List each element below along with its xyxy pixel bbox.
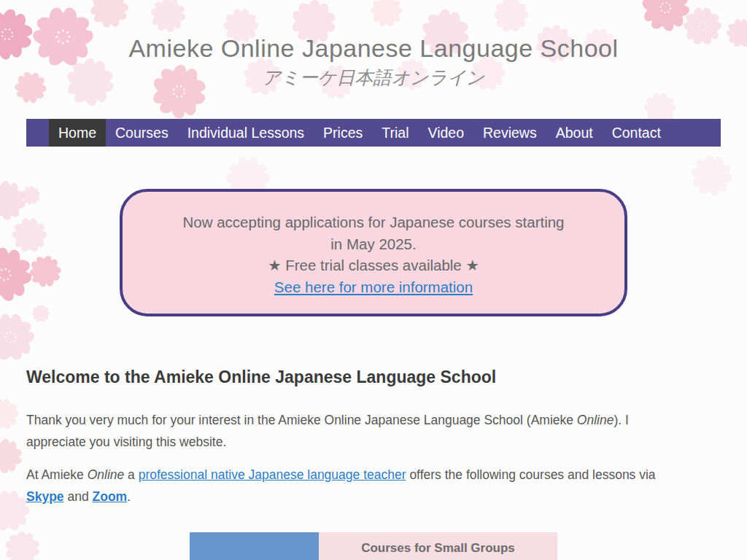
- italic-online: Online: [577, 413, 614, 427]
- nav-item-video[interactable]: Video: [418, 119, 473, 147]
- skype-link[interactable]: Skype: [26, 489, 64, 504]
- nav-item-home[interactable]: Home: [49, 119, 106, 147]
- site-title: Amieke Online Japanese Language School: [0, 0, 747, 63]
- courses-paragraph: At Amieke Online a professional native J…: [26, 464, 719, 508]
- main-nav: HomeCoursesIndividual LessonsPricesTrial…: [26, 119, 721, 147]
- nav-item-individual-lessons[interactable]: Individual Lessons: [178, 119, 314, 147]
- table-cell-blue-header: [190, 532, 319, 560]
- nav-item-about[interactable]: About: [546, 119, 603, 147]
- intro-paragraph: Thank you very much for your interest in…: [26, 409, 719, 453]
- site-subtitle-japanese: アミーケ日本語オンライン: [0, 66, 747, 88]
- nav-item-courses[interactable]: Courses: [106, 119, 178, 147]
- courses-table: Courses for Small Groups: [190, 532, 557, 560]
- announcement-info-link[interactable]: See here for more information: [274, 279, 473, 295]
- nav-item-reviews[interactable]: Reviews: [473, 119, 546, 147]
- announcement-text: Now accepting applications for Japanese …: [144, 211, 603, 254]
- zoom-link[interactable]: Zoom: [93, 489, 128, 504]
- welcome-heading: Welcome to the Amieke Online Japanese La…: [26, 367, 721, 387]
- table-cell-small-groups-header: Courses for Small Groups: [319, 532, 557, 560]
- site-header: Amieke Online Japanese Language School ア…: [0, 0, 747, 88]
- teacher-link[interactable]: professional native Japanese language te…: [139, 467, 406, 482]
- nav-item-prices[interactable]: Prices: [314, 119, 372, 147]
- nav-item-contact[interactable]: Contact: [603, 119, 670, 147]
- announcement-stars-line: ★ Free trial classes available ★: [144, 254, 603, 276]
- announcement-box: Now accepting applications for Japanese …: [120, 189, 627, 316]
- nav-item-trial[interactable]: Trial: [372, 119, 418, 147]
- italic-online: Online: [88, 467, 125, 482]
